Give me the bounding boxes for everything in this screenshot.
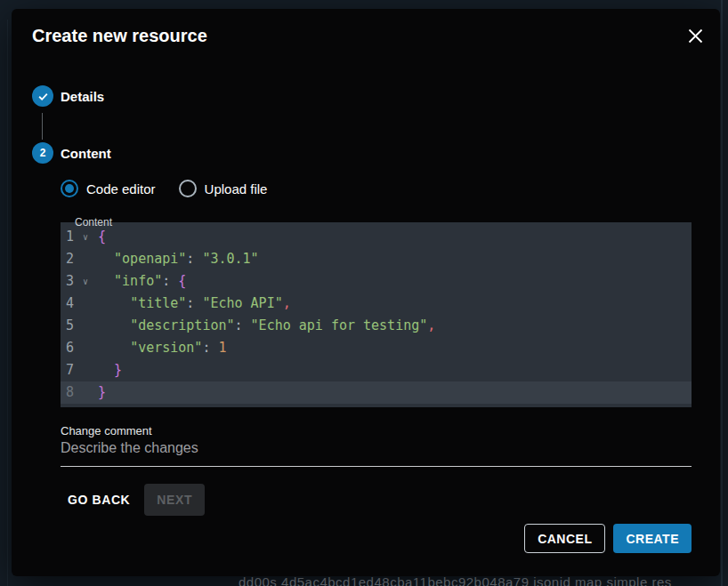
editor-line-5: 5 "description": "Echo api for testing", — [61, 315, 692, 337]
code-line-text: "description": "Echo api for testing", — [98, 315, 435, 337]
code-line-text: { — [98, 226, 106, 248]
editor-line-6: 6 "version": 1 — [61, 337, 692, 359]
radio-label-upload-file: Upload file — [205, 181, 268, 197]
editor-line-1: 1∨{ — [61, 226, 692, 248]
code-line-text: "info": { — [98, 270, 186, 293]
backdrop-panel-edge-left — [7, 20, 8, 586]
fold-gutter-spacer — [78, 359, 93, 381]
create-resource-dialog: Create new resource Details 2 Content Co… — [12, 9, 720, 576]
code-line-text: "version": 1 — [98, 337, 227, 359]
line-number: 6 — [61, 337, 78, 359]
cancel-button[interactable]: CANCEL — [524, 524, 605, 553]
step-completed-check-icon — [32, 85, 53, 107]
fold-gutter-spacer — [78, 248, 93, 270]
editor-line-2: 2 "openapi": "3.0.1" — [61, 248, 692, 270]
content-field-label: Content — [75, 216, 112, 229]
content-field: Content 1∨{2 "openapi": "3.0.1"3∨ "info"… — [61, 222, 692, 407]
dialog-actions: CANCEL CREATE — [524, 524, 692, 553]
line-number: 8 — [61, 381, 78, 404]
backdrop-panel-edge-right — [721, 0, 723, 586]
create-button[interactable]: CREATE — [613, 524, 692, 553]
backdrop-clipped-text: dd00s 4d5ac4bcd1ed48cba11bebc92b048a79 j… — [239, 575, 672, 586]
code-line-text: } — [98, 381, 106, 404]
line-number: 3 — [61, 270, 78, 293]
fold-gutter-spacer — [78, 337, 93, 359]
code-editor[interactable]: 1∨{2 "openapi": "3.0.1"3∨ "info": {4 "ti… — [61, 222, 692, 407]
radio-option-code-editor[interactable]: Code editor — [61, 180, 156, 197]
change-comment-input[interactable] — [61, 440, 692, 467]
fold-gutter-spacer — [78, 293, 93, 315]
editor-line-4: 4 "title": "Echo API", — [61, 293, 692, 315]
code-line-text: "openapi": "3.0.1" — [98, 248, 259, 270]
next-button-disabled[interactable]: NEXT — [144, 484, 205, 516]
close-icon — [688, 28, 703, 46]
code-line-text: "title": "Echo API", — [98, 293, 291, 315]
wizard-nav: GO BACK NEXT — [61, 484, 205, 516]
fold-chevron-icon[interactable]: ∨ — [78, 226, 93, 248]
fold-gutter-spacer — [78, 381, 93, 404]
line-number: 1 — [61, 226, 78, 248]
go-back-button[interactable]: GO BACK — [61, 485, 137, 515]
step-label-details: Details — [61, 89, 104, 104]
radio-selected-icon — [61, 180, 78, 197]
radio-label-code-editor: Code editor — [86, 181, 156, 197]
stepper-connector-line — [42, 113, 43, 140]
editor-line-3: 3∨ "info": { — [61, 270, 692, 293]
line-number: 2 — [61, 248, 78, 270]
line-number: 4 — [61, 293, 78, 315]
line-number: 5 — [61, 315, 78, 337]
radio-option-upload-file[interactable]: Upload file — [179, 180, 268, 197]
editor-line-7: 7 } — [61, 359, 692, 381]
fold-chevron-icon[interactable]: ∨ — [78, 270, 93, 293]
line-number: 7 — [61, 359, 78, 381]
stepper-step-content[interactable]: 2 Content — [32, 142, 111, 164]
close-button[interactable] — [683, 25, 708, 50]
content-source-radio-group: Code editor Upload file — [61, 180, 290, 197]
radio-unselected-icon — [179, 180, 197, 197]
fold-gutter-spacer — [78, 315, 93, 337]
stepper-step-details[interactable]: Details — [32, 85, 104, 107]
editor-line-8: 8} — [61, 381, 692, 404]
dialog-title: Create new resource — [32, 26, 207, 46]
step-label-content: Content — [61, 146, 111, 161]
change-comment-label: Change comment — [61, 424, 152, 437]
code-line-text: } — [98, 359, 122, 381]
step-number-badge: 2 — [32, 142, 53, 164]
